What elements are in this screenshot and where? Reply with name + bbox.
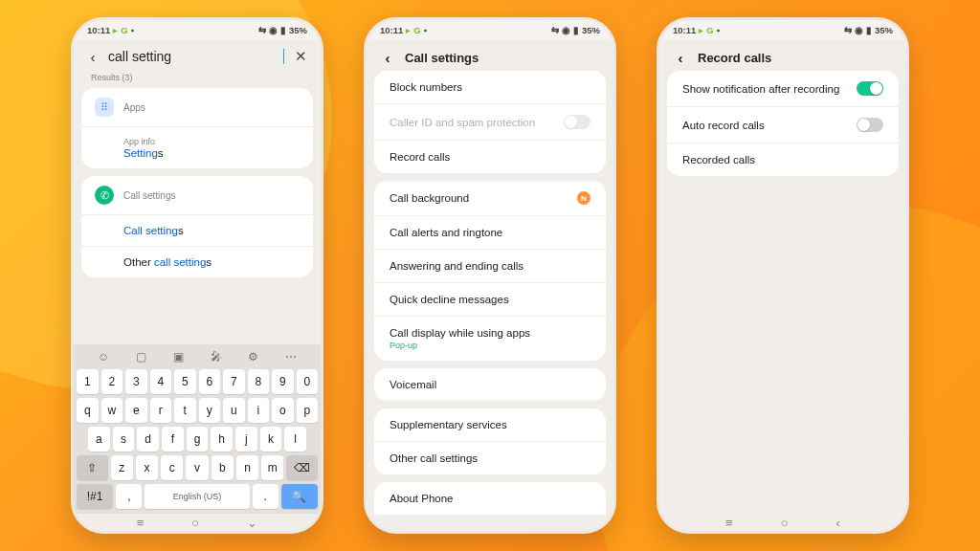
gif-icon[interactable]: ▣ bbox=[173, 350, 184, 364]
phone-search: 10:11 ▶ G ▪ ⇆ ◉ ▮ 35% ‹ call setting ✕ R… bbox=[71, 17, 323, 534]
key-y[interactable]: y bbox=[199, 398, 221, 423]
key-i[interactable]: i bbox=[248, 398, 270, 423]
row-block-numbers[interactable]: Block numbers bbox=[374, 71, 606, 103]
app-icon: ▪ bbox=[424, 25, 427, 35]
row-call-background[interactable]: Call background N bbox=[374, 181, 606, 215]
nav-home-icon[interactable]: ○ bbox=[191, 516, 199, 530]
key-shift[interactable]: ⇧ bbox=[77, 455, 108, 480]
gear-icon[interactable]: ⚙ bbox=[248, 350, 258, 364]
signal-icon: ▮ bbox=[280, 25, 286, 35]
battery-label: 35% bbox=[289, 25, 307, 35]
app-settings-result[interactable]: App info Settings bbox=[81, 126, 313, 168]
key-g[interactable]: g bbox=[187, 427, 209, 452]
keyboard-row3: ⇧ z x c v b n m ⌫ bbox=[77, 455, 318, 480]
row-show-notification[interactable]: Show notification after recording bbox=[667, 71, 899, 106]
key-h[interactable]: h bbox=[211, 427, 233, 452]
other-call-settings-result[interactable]: Other call settings bbox=[81, 246, 313, 277]
key-r[interactable]: r bbox=[150, 398, 172, 423]
key-5[interactable]: 5 bbox=[174, 369, 196, 394]
search-input[interactable]: call setting bbox=[108, 49, 284, 64]
key-t[interactable]: t bbox=[174, 398, 196, 423]
toggle-caller-id bbox=[564, 115, 590, 129]
key-p[interactable]: p bbox=[297, 398, 319, 423]
play-icon: ▶ bbox=[113, 27, 118, 33]
key-0[interactable]: 0 bbox=[297, 369, 319, 394]
row-answering[interactable]: Answering and ending calls bbox=[374, 249, 606, 282]
emoji-icon[interactable]: ☺ bbox=[98, 350, 109, 364]
nav-recent-icon[interactable]: ≡ bbox=[137, 516, 145, 530]
mic-icon[interactable]: 🎤︎ bbox=[211, 350, 222, 364]
key-2[interactable]: 2 bbox=[101, 369, 123, 394]
key-comma[interactable]: , bbox=[116, 484, 142, 509]
key-1[interactable]: 1 bbox=[77, 369, 99, 394]
key-b[interactable]: b bbox=[212, 455, 234, 480]
row-about-phone[interactable]: About Phone bbox=[374, 482, 606, 515]
key-9[interactable]: 9 bbox=[272, 369, 294, 394]
android-navbar: ≡ ○ ‹ bbox=[659, 514, 906, 531]
row-other-settings[interactable]: Other call settings bbox=[374, 441, 606, 474]
nav-recent-icon[interactable]: ≡ bbox=[725, 516, 733, 530]
key-n[interactable]: n bbox=[236, 455, 258, 480]
nav-home-icon[interactable]: ○ bbox=[781, 516, 789, 530]
key-8[interactable]: 8 bbox=[248, 369, 270, 394]
key-s[interactable]: s bbox=[113, 427, 135, 452]
key-w[interactable]: w bbox=[101, 398, 123, 423]
key-x[interactable]: x bbox=[136, 455, 158, 480]
keyboard[interactable]: ☺ ▢ ▣ 🎤︎ ⚙ ⋯ 1 2 3 4 5 6 7 8 9 0 q bbox=[74, 344, 321, 514]
key-z[interactable]: z bbox=[111, 455, 133, 480]
key-l[interactable]: l bbox=[284, 427, 306, 452]
keyboard-toolbar: ☺ ▢ ▣ 🎤︎ ⚙ ⋯ bbox=[77, 348, 318, 365]
key-3[interactable]: 3 bbox=[125, 369, 147, 394]
key-v[interactable]: v bbox=[186, 455, 208, 480]
key-symbols[interactable]: !#1 bbox=[77, 484, 113, 509]
toggle-show-notification[interactable] bbox=[857, 81, 883, 96]
key-q[interactable]: q bbox=[77, 398, 99, 423]
row-supplementary[interactable]: Supplementary services bbox=[374, 408, 606, 441]
key-j[interactable]: j bbox=[235, 427, 257, 452]
back-icon[interactable]: ‹ bbox=[85, 49, 100, 64]
title-bar: ‹ Call settings bbox=[367, 40, 613, 71]
row-record-calls[interactable]: Record calls bbox=[374, 140, 606, 173]
row-auto-record[interactable]: Auto record calls bbox=[667, 106, 899, 143]
key-d[interactable]: d bbox=[137, 427, 159, 452]
row-call-alerts[interactable]: Call alerts and ringtone bbox=[374, 215, 606, 249]
phone-icon: ✆ bbox=[95, 186, 114, 205]
key-period[interactable]: . bbox=[253, 484, 278, 509]
more-icon[interactable]: ⋯ bbox=[285, 350, 297, 364]
key-k[interactable]: k bbox=[260, 427, 282, 452]
keyboard-row1: q w e r t y u i o p bbox=[77, 398, 318, 423]
row-quick-decline[interactable]: Quick decline messages bbox=[374, 282, 606, 316]
back-icon[interactable]: ‹ bbox=[673, 50, 688, 65]
sticker-icon[interactable]: ▢ bbox=[136, 350, 146, 364]
g-icon: G bbox=[413, 25, 420, 35]
wifi-icon: ◉ bbox=[855, 25, 863, 35]
clear-icon[interactable]: ✕ bbox=[292, 48, 309, 65]
call-settings-result[interactable]: Call settings bbox=[81, 214, 313, 246]
nav-back-icon[interactable]: ‹ bbox=[836, 516, 840, 530]
key-f[interactable]: f bbox=[162, 427, 184, 452]
keyboard-row4: !#1 , English (US) . 🔍 bbox=[77, 484, 318, 509]
key-space[interactable]: English (US) bbox=[145, 484, 249, 509]
key-7[interactable]: 7 bbox=[223, 369, 245, 394]
row-recorded-calls[interactable]: Recorded calls bbox=[667, 143, 899, 176]
key-c[interactable]: c bbox=[161, 455, 183, 480]
key-backspace[interactable]: ⌫ bbox=[286, 455, 318, 480]
key-4[interactable]: 4 bbox=[150, 369, 172, 394]
row-call-display[interactable]: Call display while using apps Pop-up bbox=[374, 316, 606, 361]
nav-back-icon[interactable]: ⌄ bbox=[247, 516, 257, 530]
key-u[interactable]: u bbox=[223, 398, 245, 423]
key-m[interactable]: m bbox=[261, 455, 283, 480]
toggle-auto-record[interactable] bbox=[857, 118, 883, 132]
row-voicemail[interactable]: Voicemail bbox=[374, 368, 606, 401]
key-e[interactable]: e bbox=[125, 398, 147, 423]
key-o[interactable]: o bbox=[272, 398, 294, 423]
keyboard-numrow: 1 2 3 4 5 6 7 8 9 0 bbox=[77, 369, 318, 394]
key-a[interactable]: a bbox=[88, 427, 110, 452]
back-icon[interactable]: ‹ bbox=[380, 50, 395, 65]
keyboard-row2: a s d f g h j k l bbox=[77, 427, 318, 452]
key-search[interactable]: 🔍 bbox=[281, 484, 318, 509]
apps-icon: ⠿ bbox=[95, 98, 114, 117]
status-bar: 10:11 ▶ G ▪ ⇆ ◉ ▮ 35% bbox=[74, 20, 321, 40]
key-6[interactable]: 6 bbox=[199, 369, 221, 394]
results-callsettings-card: ✆ Call settings Call settings Other call… bbox=[81, 176, 313, 277]
